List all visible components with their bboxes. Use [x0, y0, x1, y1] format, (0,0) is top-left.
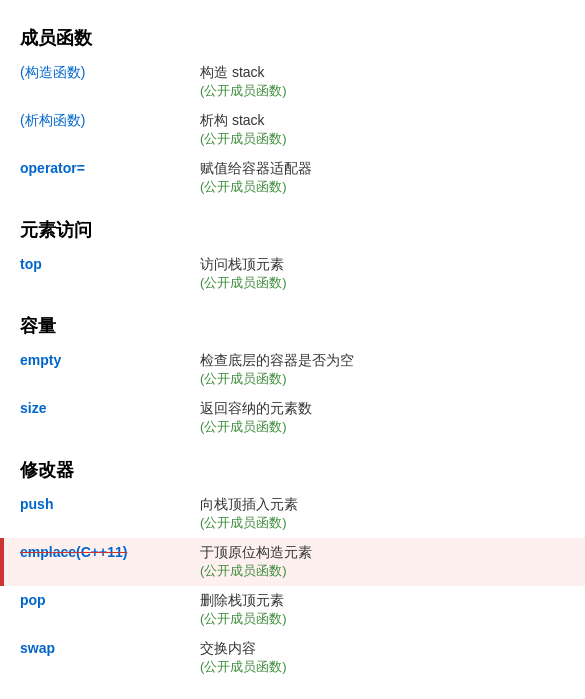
desc-sub: (公开成员函数) — [200, 610, 565, 628]
desc-main: 检查底层的容器是否为空 — [200, 352, 565, 370]
table-row: size 返回容纳的元素数 (公开成员函数) — [0, 394, 585, 442]
table-row: swap 交换内容 (公开成员函数) — [0, 634, 585, 682]
desc-sub: (公开成员函数) — [200, 514, 565, 532]
desc-main: 构造 stack — [200, 64, 565, 82]
section-element-access: 元素访问 top 访问栈顶元素 (公开成员函数) — [0, 208, 585, 298]
desc-sub: (公开成员函数) — [200, 178, 565, 196]
table-row: push 向栈顶插入元素 (公开成员函数) — [0, 490, 585, 538]
modifiers-table: push 向栈顶插入元素 (公开成员函数) ☰ emplace(C++11) 于… — [0, 490, 585, 682]
desc-main: 交换内容 — [200, 640, 565, 658]
pop-member: pop — [20, 592, 46, 608]
section-member-functions: 成员函数 (构造函数) 构造 stack (公开成员函数) (析构函数) — [0, 16, 585, 202]
section-header-element-access: 元素访问 — [0, 208, 585, 250]
table-row: empty 检查底层的容器是否为空 (公开成员函数) — [0, 346, 585, 394]
push-member: push — [20, 496, 53, 512]
section-capacity: 容量 empty 检查底层的容器是否为空 (公开成员函数) size — [0, 304, 585, 442]
table-row: (构造函数) 构造 stack (公开成员函数) — [0, 58, 585, 106]
desc-sub: (公开成员函数) — [200, 130, 565, 148]
desc-main: 析构 stack — [200, 112, 565, 130]
section-modifiers: 修改器 push 向栈顶插入元素 (公开成员函数) ☰ empla — [0, 448, 585, 682]
content-wrapper: 成员函数 (构造函数) 构造 stack (公开成员函数) (析构函数) — [0, 16, 585, 682]
emplace-member: emplace(C++11) — [20, 544, 127, 560]
operator-assign: operator= — [20, 160, 85, 176]
desc-sub: (公开成员函数) — [200, 370, 565, 388]
table-row: pop 删除栈顶元素 (公开成员函数) — [0, 586, 585, 634]
desc-main: 访问栈顶元素 — [200, 256, 565, 274]
section-header-modifiers: 修改器 — [0, 448, 585, 490]
desc-main: 向栈顶插入元素 — [200, 496, 565, 514]
desc-main: 删除栈顶元素 — [200, 592, 565, 610]
desc-main: 返回容纳的元素数 — [200, 400, 565, 418]
element-access-table: top 访问栈顶元素 (公开成员函数) — [0, 250, 585, 298]
desc-sub: (公开成员函数) — [200, 274, 565, 292]
constructor-link[interactable]: (构造函数) — [20, 64, 85, 80]
size-member: size — [20, 400, 46, 416]
section-header-member-functions: 成员函数 — [0, 16, 585, 58]
section-header-capacity: 容量 — [0, 304, 585, 346]
table-row: operator= 赋值给容器适配器 (公开成员函数) — [0, 154, 585, 202]
swap-member: swap — [20, 640, 55, 656]
desc-main: 于顶原位构造元素 — [200, 544, 565, 562]
desc-sub: (公开成员函数) — [200, 82, 565, 100]
destructor-link[interactable]: (析构函数) — [20, 112, 85, 128]
desc-sub: (公开成员函数) — [200, 418, 565, 436]
desc-sub: (公开成员函数) — [200, 658, 565, 676]
table-row: (析构函数) 析构 stack (公开成员函数) — [0, 106, 585, 154]
table-row-highlight: ☰ emplace(C++11) 于顶原位构造元素 (公开成员函数) — [0, 538, 585, 586]
top-member: top — [20, 256, 42, 272]
empty-member: empty — [20, 352, 61, 368]
desc-main: 赋值给容器适配器 — [200, 160, 565, 178]
desc-sub: (公开成员函数) — [200, 562, 565, 580]
member-functions-table: (构造函数) 构造 stack (公开成员函数) (析构函数) 析构 stack… — [0, 58, 585, 202]
table-row: top 访问栈顶元素 (公开成员函数) — [0, 250, 585, 298]
capacity-table: empty 检查底层的容器是否为空 (公开成员函数) size 返回容纳的元素数… — [0, 346, 585, 442]
